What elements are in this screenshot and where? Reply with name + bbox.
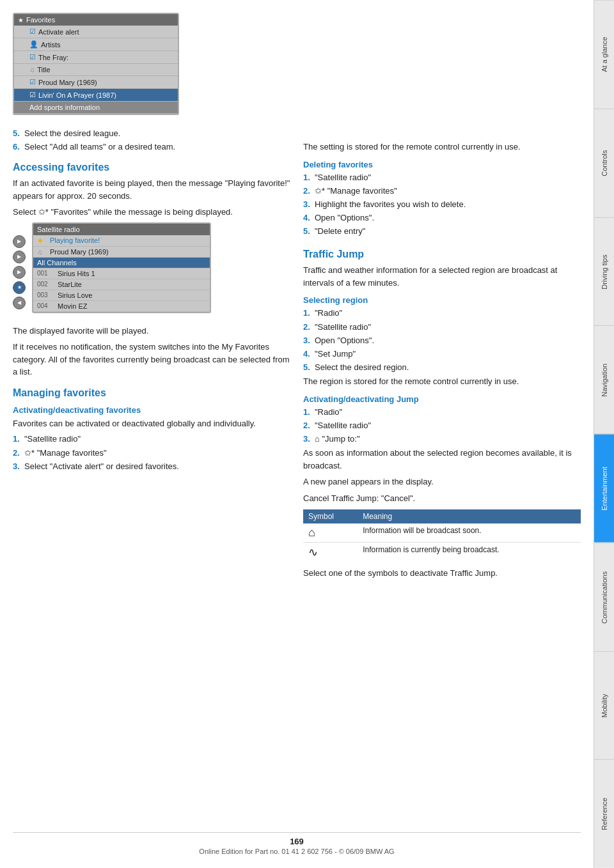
icon-left-1: ▶ <box>13 235 26 248</box>
sidebar-tab-driving-tips[interactable]: Driving tips <box>594 217 614 326</box>
left-column: ★ Favorites ☑ Activate alert 👤 Artists ☑… <box>13 13 290 819</box>
step-6-text: Select "Add all teams" or a desired team… <box>24 141 175 153</box>
act-step-2: 2. "Satellite radio" <box>303 420 581 431</box>
new-panel-para: A new panel appears in the display. <box>303 476 581 488</box>
sidebar-tab-reference[interactable]: Reference <box>594 759 614 868</box>
sstep5-num: 5. <box>303 362 312 373</box>
screen-title-favorites: Favorites <box>26 16 55 24</box>
music-icon: ♫ <box>29 66 35 74</box>
sidebar-tab-mobility[interactable]: Mobility <box>594 651 614 760</box>
sel-step-4: 4. "Set Jump" <box>303 348 581 360</box>
meaning-col-header: Meaning <box>358 509 581 523</box>
right-column: The setting is stored for the remote con… <box>303 13 581 819</box>
step-6-num: 6. <box>13 141 22 153</box>
screen-satellite: Satellite radio ★ Playing favorite! ♫ Pr… <box>32 222 211 313</box>
screen-item-thefray: ☑ The Fray: <box>14 51 178 64</box>
sstep5-text: Select the desired region. <box>315 362 409 373</box>
sat-row-ch002: 002 StarLite <box>33 279 210 290</box>
symbol-row-2: ∿ Information is currently being broadca… <box>303 543 581 562</box>
music-note-icon: ♫ <box>37 248 47 256</box>
sidebar-tab-navigation[interactable]: Navigation <box>594 325 614 434</box>
step-6: 6. Select "Add all teams" or a desired t… <box>13 141 290 153</box>
mstep3-num: 3. <box>13 461 22 472</box>
sstep3-text: Open "Options". <box>315 335 374 346</box>
astep1-text: "Radio" <box>315 407 342 418</box>
playing-text: Playing favorite! <box>50 236 100 245</box>
ch004-name: Movin EZ <box>58 302 87 310</box>
mstep1-text: "Satellite radio" <box>24 433 81 445</box>
screen-item-activate-alert: ☑ Activate alert <box>14 26 178 38</box>
act-step-3: 3. ⌂ "Jump to:" <box>303 433 581 445</box>
activating-jump-heading: Activating/deactivating Jump <box>303 394 581 404</box>
traffic-jump-heading: Traffic Jump <box>303 249 581 260</box>
astep3-text: ⌂ "Jump to:" <box>315 433 360 445</box>
managing-step-1: 1. "Satellite radio" <box>13 433 290 445</box>
sat-row-song: ♫ Proud Mary (1969) <box>33 247 210 258</box>
sidebar-tab-controls[interactable]: Controls <box>594 109 614 217</box>
mstep3-text: Select "Activate alert" or desired favor… <box>24 461 179 472</box>
two-column-layout: ★ Favorites ☑ Activate alert 👤 Artists ☑… <box>13 13 581 819</box>
sidebar-tab-communications[interactable]: Communications <box>594 543 614 651</box>
sel-step-5: 5. Select the desired region. <box>303 362 581 373</box>
symbol-col-header: Symbol <box>303 509 358 523</box>
sel-step-2: 2. "Satellite radio" <box>303 322 581 333</box>
dstep2-text: ✩* "Manage favorites" <box>315 185 397 197</box>
sidebar-tab-entertainment[interactable]: Entertainment <box>594 434 614 543</box>
del-step-3: 3. Highlight the favorites you wish to d… <box>303 199 581 210</box>
mstep2-num: 2. <box>13 447 22 459</box>
ch002-num: 002 <box>37 281 55 288</box>
symbol-2-icon: ∿ <box>303 543 358 562</box>
symbol-1-icon: ⌂ <box>303 523 358 543</box>
symbol-row-1: ⌂ Information will be broadcast soon. <box>303 523 581 543</box>
activating-deactivating-favorites-heading: Activating/deactivating favorites <box>13 405 290 415</box>
check-icon-3: ☑ <box>29 78 36 86</box>
dstep3-text: Highlight the favorites you wish to dele… <box>315 199 466 210</box>
managing-step-2: 2. ✩* "Manage favorites" <box>13 447 290 459</box>
icon-left-2: ▶ <box>13 251 26 263</box>
ch004-num: 004 <box>37 302 55 310</box>
managing-favorites-heading: Managing favorites <box>13 387 290 399</box>
dstep4-text: Open "Options". <box>315 212 374 224</box>
accessing-favorites-heading: Accessing favorites <box>13 162 290 173</box>
ch003-name: Sirius Love <box>58 291 92 299</box>
sstep1-num: 1. <box>303 307 312 319</box>
sat-row-ch004: 004 Movin EZ <box>33 301 210 312</box>
sstep1-text: "Radio" <box>315 307 342 319</box>
icon-left-5: ◀ <box>13 297 26 309</box>
dstep5-num: 5. <box>303 226 312 237</box>
screen-item-artists: 👤 Artists <box>14 38 178 51</box>
ch001-name: Sirius Hits 1 <box>58 270 95 277</box>
screen-favorites-wrapper: ★ Favorites ☑ Activate alert 👤 Artists ☑… <box>13 13 290 123</box>
accessing-favorites-para2: Select ✩* "Favorites" while the message … <box>13 206 290 219</box>
managing-favorites-para1: Favorites can be activated or deactivate… <box>13 417 290 430</box>
screen-title-bar-favorites: ★ Favorites <box>14 14 178 26</box>
step-5: 5. Select the desired league. <box>13 128 290 139</box>
footer-text: Online Edition for Part no. 01 41 2 602 … <box>199 848 394 855</box>
footer: 169 Online Edition for Part no. 01 41 2 … <box>13 832 581 855</box>
ch002-name: StarLite <box>58 281 82 288</box>
sat-row-allchannels: All Channels <box>33 258 210 268</box>
symbol-1-meaning: Information will be broadcast soon. <box>358 523 581 543</box>
stored-region-para: The region is stored for the remote cont… <box>303 375 581 388</box>
managing-step-3: 3. Select "Activate alert" or desired fa… <box>13 461 290 472</box>
dstep3-num: 3. <box>303 199 312 210</box>
step-5-text: Select the desired league. <box>24 128 120 139</box>
sidebar: At a glance Controls Driving tips Naviga… <box>594 0 614 868</box>
person-icon: 👤 <box>29 40 38 49</box>
as-soon-para: As soon as information about the selecte… <box>303 447 581 472</box>
icon-left-3: ▶ <box>13 266 26 279</box>
ch001-num: 001 <box>37 270 55 277</box>
song-text: Proud Mary (1969) <box>50 248 109 256</box>
sstep3-num: 3. <box>303 335 312 346</box>
sat-row-ch003: 003 Sirius Love <box>33 290 210 301</box>
mstep2-text: ✩* "Manage favorites" <box>24 447 107 459</box>
screen-item-addsports: Add sports information <box>14 102 178 114</box>
sidebar-tab-at-a-glance[interactable]: At a glance <box>594 0 614 109</box>
fav-title-icon: ★ <box>18 17 24 24</box>
astep2-text: "Satellite radio" <box>315 420 371 431</box>
accessing-favorites-para1: If an activated favorite is being played… <box>13 177 290 202</box>
astep1-num: 1. <box>303 407 312 418</box>
screen-satellite-wrapper: ▶ ▶ ▶ ★ ◀ Satellite radio ★ Playing favo… <box>13 222 290 320</box>
astep2-num: 2. <box>303 420 312 431</box>
mstep1-num: 1. <box>13 433 22 445</box>
